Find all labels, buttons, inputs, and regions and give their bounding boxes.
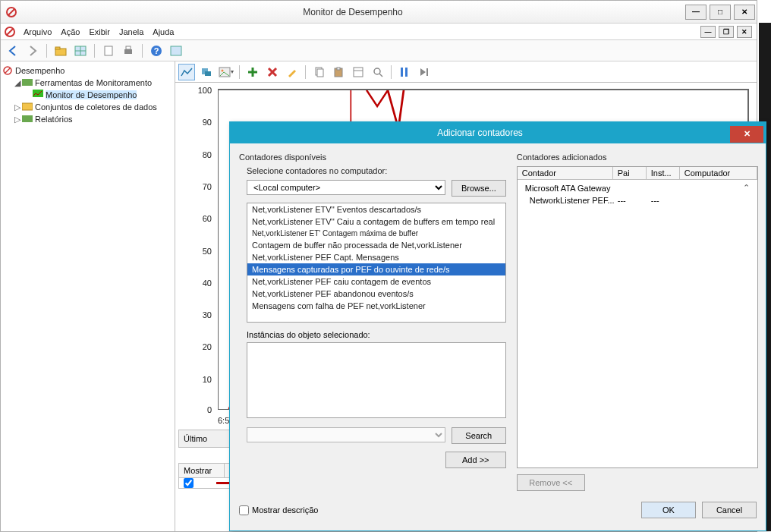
svg-rect-14 bbox=[171, 46, 181, 55]
cancel-button[interactable]: Cancel bbox=[702, 502, 757, 518]
col-inst[interactable]: Inst... bbox=[647, 167, 680, 179]
added-item-row[interactable]: NetworkListener PEF... --- --- bbox=[518, 194, 757, 206]
added-group-label: Microsoft ATA Gateway bbox=[522, 184, 743, 193]
grid-icon[interactable] bbox=[73, 43, 88, 58]
dialog-close-button[interactable]: ✕ bbox=[730, 126, 763, 143]
zoom-icon[interactable] bbox=[370, 64, 386, 80]
new-window-icon[interactable] bbox=[168, 43, 184, 58]
legend-show-checkbox[interactable] bbox=[184, 478, 194, 488]
tree-collectors[interactable]: ▷ Conjuntos de coletores de dados bbox=[2, 101, 173, 113]
paste-icon[interactable] bbox=[330, 64, 347, 80]
forward-icon[interactable] bbox=[25, 43, 40, 58]
dialog-body: Contadores disponíveis Selecione contado… bbox=[230, 143, 766, 496]
page-icon[interactable] bbox=[101, 43, 116, 58]
maximize-button[interactable]: □ bbox=[710, 5, 731, 20]
app-icon bbox=[5, 6, 17, 18]
menu-acao[interactable]: Ação bbox=[56, 27, 84, 36]
browse-button[interactable]: Browse... bbox=[452, 180, 506, 197]
menu-bar: Arquivo Ação Exibir Janela Ajuda — ❐ ✕ bbox=[1, 24, 757, 40]
properties-icon[interactable] bbox=[350, 64, 367, 80]
line-chart-icon[interactable] bbox=[178, 64, 195, 80]
instances-listbox[interactable] bbox=[247, 342, 506, 418]
ultimo-label: Último bbox=[184, 434, 207, 443]
delete-counter-icon[interactable] bbox=[264, 64, 281, 80]
counter-item[interactable]: Net,vorkListener ET' Contagem máxima de … bbox=[247, 228, 505, 239]
counter-list[interactable]: Net,vorkListener ETV'' Eventos descartad… bbox=[247, 203, 506, 323]
menu-exibir[interactable]: Exibir bbox=[84, 27, 115, 36]
menu-janela[interactable]: Janela bbox=[115, 27, 148, 36]
search-button[interactable]: Search bbox=[452, 427, 506, 444]
y-tick: 10 bbox=[203, 375, 212, 384]
added-group-row[interactable]: Microsoft ATA Gateway ⌃ bbox=[518, 181, 757, 194]
mdi-restore[interactable]: ❐ bbox=[719, 26, 734, 38]
print-icon[interactable] bbox=[121, 43, 136, 58]
counter-item[interactable]: Contagem de buffer não processada de Net… bbox=[247, 239, 505, 251]
counter-item[interactable]: Mensagens com falha de PEF net,vorkListe… bbox=[247, 300, 505, 312]
svg-rect-33 bbox=[354, 68, 363, 77]
counter-item[interactable]: Net,vorkListener PEF abandonou eventos/s bbox=[247, 288, 505, 300]
y-tick: 20 bbox=[203, 342, 212, 351]
y-tick: 100 bbox=[198, 86, 212, 95]
tree-monitor[interactable]: Monitor de Desempenho bbox=[2, 89, 173, 101]
menu-arquivo[interactable]: Arquivo bbox=[19, 27, 56, 36]
highlight-icon[interactable] bbox=[284, 64, 301, 80]
show-desc-checkbox[interactable] bbox=[239, 505, 249, 515]
window-buttons: — □ ✕ bbox=[684, 5, 757, 20]
add-counter-icon[interactable] bbox=[244, 64, 261, 80]
caret-collapse-icon[interactable]: ◢ bbox=[13, 78, 22, 88]
mdi-minimize[interactable]: — bbox=[700, 26, 716, 38]
mdi-close[interactable]: ✕ bbox=[737, 26, 752, 38]
copy-icon[interactable] bbox=[310, 64, 327, 80]
show-desc-text: Mostrar descrição bbox=[252, 505, 318, 515]
tree-pane[interactable]: Desempenho ◢ Ferramentas de Monitorament… bbox=[1, 61, 175, 531]
minimize-button[interactable]: — bbox=[685, 5, 706, 20]
caret-expand-icon[interactable]: ▷ bbox=[13, 102, 22, 112]
search-row: Search bbox=[247, 427, 506, 444]
y-axis: 100 90 80 70 60 50 40 30 20 10 0 bbox=[183, 89, 213, 410]
collapse-arrow-icon[interactable]: ⌃ bbox=[743, 183, 750, 193]
y-tick: 70 bbox=[203, 182, 212, 191]
close-button[interactable]: ✕ bbox=[734, 5, 755, 20]
counter-item[interactable]: Net,vorkListener ETV'' Caiu a contagem d… bbox=[247, 216, 505, 228]
ok-button[interactable]: OK bbox=[641, 502, 696, 518]
step-forward-icon[interactable] bbox=[416, 64, 433, 80]
col-counter[interactable]: Contador bbox=[518, 167, 613, 179]
legend-col-show[interactable]: Mostrar bbox=[179, 464, 225, 477]
counter-item[interactable]: Mensagens capturadas por PEF do ouvinte … bbox=[247, 263, 505, 275]
computer-select[interactable]: <Local computer> bbox=[247, 180, 445, 195]
available-column: Contadores disponíveis Selecione contado… bbox=[239, 153, 506, 491]
dialog-footer: Mostrar descrição OK Cancel bbox=[239, 497, 757, 523]
app-icon-small bbox=[4, 26, 16, 38]
svg-rect-10 bbox=[124, 49, 132, 54]
available-indent: Selecione contadores no computador: <Loc… bbox=[247, 166, 506, 468]
y-tick: 30 bbox=[203, 310, 212, 320]
tree-root[interactable]: Desempenho bbox=[2, 65, 173, 77]
col-parent[interactable]: Pai bbox=[613, 167, 647, 179]
added-table[interactable]: Contador Pai Inst... Computador Microsof… bbox=[517, 166, 758, 468]
help-icon[interactable]: ? bbox=[149, 43, 164, 58]
back-icon[interactable] bbox=[5, 43, 20, 58]
caret-expand-icon[interactable]: ▷ bbox=[13, 115, 22, 124]
tree-reports-label: Relatórios bbox=[35, 115, 73, 124]
col-computer[interactable]: Computador bbox=[680, 167, 757, 179]
tree-reports[interactable]: ▷ Relatórios bbox=[2, 113, 173, 125]
show-desc-label[interactable]: Mostrar descrição bbox=[239, 505, 318, 515]
tb-sep bbox=[46, 44, 47, 58]
search-select[interactable] bbox=[247, 427, 445, 442]
pause-icon[interactable] bbox=[396, 64, 413, 80]
menu-ajuda[interactable]: Ajuda bbox=[148, 27, 178, 36]
tree-tools[interactable]: ◢ Ferramentas de Monitoramento bbox=[2, 77, 173, 89]
add-button[interactable]: Add >> bbox=[445, 452, 506, 468]
folder-icon[interactable] bbox=[53, 43, 68, 58]
remove-button[interactable]: Remove << bbox=[517, 474, 585, 491]
image-icon[interactable]: ▾ bbox=[218, 64, 234, 80]
counter-item[interactable]: Net,vorkListener PEF caiu contagem de ev… bbox=[247, 275, 505, 288]
counter-item[interactable]: Net,vorkListener PEF Capt. Mensagens bbox=[247, 251, 505, 263]
perf-sep1 bbox=[239, 65, 240, 79]
view-overlay-icon[interactable] bbox=[198, 64, 215, 80]
perf-sep3 bbox=[391, 65, 392, 79]
counter-item[interactable]: Net,vorkListener ETV'' Eventos descartad… bbox=[247, 203, 505, 216]
svg-line-3 bbox=[7, 29, 13, 35]
svg-rect-19 bbox=[22, 103, 33, 110]
dialog-titlebar[interactable]: Adicionar contadores ✕ bbox=[230, 122, 766, 143]
